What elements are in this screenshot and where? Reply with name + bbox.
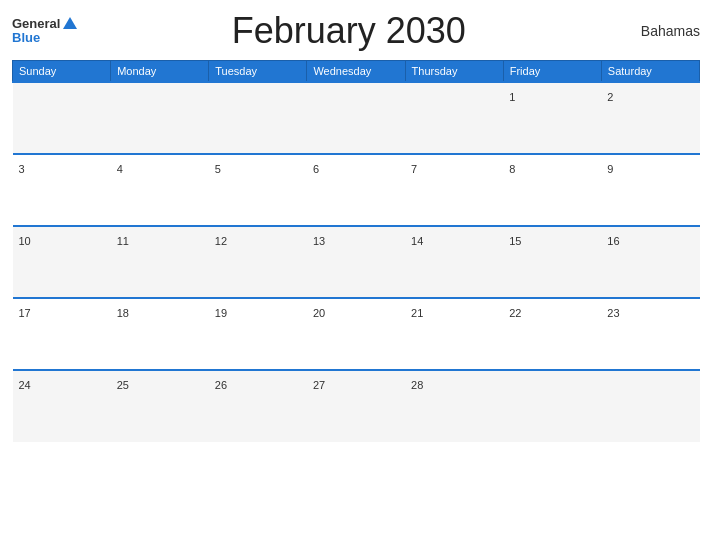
week-row-3: 10111213141516: [13, 226, 700, 298]
day-cell-4-6: [601, 370, 699, 442]
day-number-20: 20: [313, 307, 325, 319]
day-cell-1-3: 6: [307, 154, 405, 226]
header-friday: Friday: [503, 61, 601, 83]
day-cell-0-0: [13, 82, 111, 154]
week-row-5: 2425262728: [13, 370, 700, 442]
day-cell-3-1: 18: [111, 298, 209, 370]
day-cell-1-4: 7: [405, 154, 503, 226]
day-number-21: 21: [411, 307, 423, 319]
day-number-19: 19: [215, 307, 227, 319]
day-cell-2-0: 10: [13, 226, 111, 298]
day-number-8: 8: [509, 163, 515, 175]
day-cell-3-2: 19: [209, 298, 307, 370]
day-cell-3-4: 21: [405, 298, 503, 370]
day-number-26: 26: [215, 379, 227, 391]
country-label: Bahamas: [620, 23, 700, 39]
day-cell-1-5: 8: [503, 154, 601, 226]
day-cell-2-3: 13: [307, 226, 405, 298]
day-cell-2-2: 12: [209, 226, 307, 298]
day-number-6: 6: [313, 163, 319, 175]
day-cell-3-3: 20: [307, 298, 405, 370]
day-cell-3-6: 23: [601, 298, 699, 370]
day-number-24: 24: [19, 379, 31, 391]
day-number-27: 27: [313, 379, 325, 391]
day-cell-4-1: 25: [111, 370, 209, 442]
day-number-7: 7: [411, 163, 417, 175]
day-number-15: 15: [509, 235, 521, 247]
day-number-25: 25: [117, 379, 129, 391]
day-number-11: 11: [117, 235, 129, 247]
day-cell-0-2: [209, 82, 307, 154]
calendar-container: General Blue February 2030 Bahamas Sunda…: [0, 0, 712, 550]
weekday-header-row: Sunday Monday Tuesday Wednesday Thursday…: [13, 61, 700, 83]
day-cell-3-5: 22: [503, 298, 601, 370]
day-cell-1-1: 4: [111, 154, 209, 226]
header-saturday: Saturday: [601, 61, 699, 83]
header-thursday: Thursday: [405, 61, 503, 83]
day-cell-0-6: 2: [601, 82, 699, 154]
header-tuesday: Tuesday: [209, 61, 307, 83]
week-row-4: 17181920212223: [13, 298, 700, 370]
logo-blue-text: Blue: [12, 31, 40, 45]
calendar-header: General Blue February 2030 Bahamas: [12, 10, 700, 52]
day-cell-1-2: 5: [209, 154, 307, 226]
day-cell-4-4: 28: [405, 370, 503, 442]
day-number-9: 9: [607, 163, 613, 175]
day-number-12: 12: [215, 235, 227, 247]
day-number-10: 10: [19, 235, 31, 247]
day-number-3: 3: [19, 163, 25, 175]
day-cell-4-0: 24: [13, 370, 111, 442]
day-number-2: 2: [607, 91, 613, 103]
day-cell-0-5: 1: [503, 82, 601, 154]
day-cell-2-6: 16: [601, 226, 699, 298]
day-number-23: 23: [607, 307, 619, 319]
logo: General Blue: [12, 17, 77, 46]
day-cell-2-4: 14: [405, 226, 503, 298]
day-number-13: 13: [313, 235, 325, 247]
week-row-2: 3456789: [13, 154, 700, 226]
day-cell-4-5: [503, 370, 601, 442]
day-cell-1-6: 9: [601, 154, 699, 226]
day-cell-1-0: 3: [13, 154, 111, 226]
day-number-28: 28: [411, 379, 423, 391]
header-sunday: Sunday: [13, 61, 111, 83]
day-number-18: 18: [117, 307, 129, 319]
calendar-table: Sunday Monday Tuesday Wednesday Thursday…: [12, 60, 700, 442]
day-number-17: 17: [19, 307, 31, 319]
day-cell-0-4: [405, 82, 503, 154]
header-monday: Monday: [111, 61, 209, 83]
day-number-4: 4: [117, 163, 123, 175]
day-cell-4-2: 26: [209, 370, 307, 442]
day-number-16: 16: [607, 235, 619, 247]
day-number-14: 14: [411, 235, 423, 247]
week-row-1: 12: [13, 82, 700, 154]
day-cell-2-5: 15: [503, 226, 601, 298]
calendar-title: February 2030: [77, 10, 620, 52]
day-number-22: 22: [509, 307, 521, 319]
day-cell-4-3: 27: [307, 370, 405, 442]
day-number-1: 1: [509, 91, 515, 103]
day-cell-3-0: 17: [13, 298, 111, 370]
day-cell-0-1: [111, 82, 209, 154]
logo-triangle-icon: [63, 17, 77, 29]
day-cell-0-3: [307, 82, 405, 154]
day-cell-2-1: 11: [111, 226, 209, 298]
day-number-5: 5: [215, 163, 221, 175]
header-wednesday: Wednesday: [307, 61, 405, 83]
logo-general-text: General: [12, 17, 77, 31]
